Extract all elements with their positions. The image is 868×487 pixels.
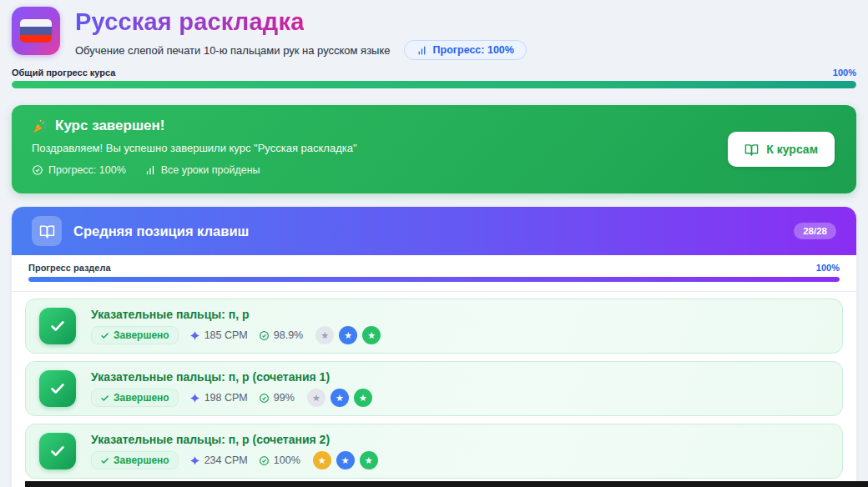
accuracy-value: 98.9% [274, 329, 303, 341]
status-badge: Завершено [91, 389, 179, 407]
party-popper-icon [32, 118, 48, 134]
section-title: Средняя позиция клавиш [73, 223, 782, 239]
course-progress-fill [12, 81, 856, 88]
check-circle-icon [32, 164, 43, 176]
green-star-icon: ★ [360, 451, 378, 469]
blue-star-icon: ★ [331, 389, 349, 407]
accuracy-stat: 98.9% [259, 329, 303, 341]
lesson-title: Указательные пальцы: п, р (сочетания 1) [91, 370, 372, 384]
inactive-star-icon: ★ [307, 389, 326, 407]
page-title: Русская раскладка [75, 8, 304, 36]
section-progress-label: Прогресс раздела [28, 263, 111, 273]
course-progress-label: Общий прогресс курса [12, 68, 115, 78]
inactive-star-icon: ★ [315, 326, 334, 344]
page-subtitle: Обучение слепой печати 10-ю пальцами рук… [75, 44, 391, 57]
star-rating: ★★★ [307, 389, 372, 407]
green-star-icon: ★ [362, 326, 381, 344]
section-card: Средняя позиция клавиш 28/28 Прогресс ра… [12, 207, 856, 487]
section-header[interactable]: Средняя позиция клавиш 28/28 [12, 207, 856, 255]
lesson-title: Указательные пальцы: п, р (сочетания 2) [91, 433, 378, 446]
blue-star-icon: ★ [336, 451, 355, 469]
completed-check-icon [39, 433, 76, 469]
progress-badge: Прогресс: 100% [404, 40, 527, 60]
header-text: Русская раскладка Обучение слепой печати… [75, 7, 527, 60]
status-label: Завершено [114, 392, 169, 404]
section-progress: Прогресс раздела 100% [12, 255, 856, 292]
banner-title: Курс завершен! [55, 118, 164, 134]
star-rating: ★★★ [315, 326, 381, 344]
to-courses-label: К курсам [766, 143, 818, 156]
lesson-card[interactable]: Указательные пальцы: п, р (сочетания 2) … [25, 424, 843, 479]
sparkle-icon [189, 330, 200, 341]
bottom-dark-bar [25, 481, 868, 487]
course-header: Русская раскладка Обучение слепой печати… [12, 7, 856, 60]
status-label: Завершено [114, 454, 169, 466]
course-progress-value: 100% [833, 68, 856, 78]
green-star-icon: ★ [354, 389, 372, 407]
lesson-card[interactable]: Указательные пальцы: п, р (сочетания 1) … [25, 361, 843, 416]
status-badge: Завершено [91, 326, 179, 344]
bar-chart-icon [144, 164, 156, 176]
check-circle-icon [259, 393, 270, 404]
speed-stat: 198 CPM [189, 392, 248, 404]
section-progress-fill [28, 277, 840, 282]
star-rating: ★★★ [313, 451, 378, 469]
book-open-icon [744, 143, 759, 157]
banner-progress-text: Прогресс: 100% [48, 164, 126, 176]
check-circle-icon [259, 455, 270, 466]
completed-check-icon [39, 370, 76, 407]
cpm-value: 185 CPM [204, 329, 248, 341]
progress-badge-label: Прогресс: 100% [433, 44, 514, 56]
lesson-title: Указательные пальцы: п, р [91, 308, 381, 321]
cpm-value: 234 CPM [204, 454, 248, 466]
completion-banner: Курс завершен! Поздравляем! Вы успешно з… [12, 105, 856, 193]
accuracy-value: 100% [274, 454, 300, 466]
lesson-list: Указательные пальцы: п, р Завершено 185 … [12, 292, 856, 487]
flag-graphic [20, 19, 52, 43]
banner-progress-stat: Прогресс: 100% [32, 164, 126, 176]
status-badge: Завершено [91, 451, 179, 469]
accuracy-value: 99% [274, 392, 295, 404]
section-progress-value: 100% [816, 263, 840, 273]
sparkle-icon [189, 455, 200, 466]
blue-star-icon: ★ [339, 326, 357, 344]
banner-message: Поздравляем! Вы успешно завершили курс "… [32, 142, 836, 154]
completed-check-icon [39, 308, 76, 344]
status-label: Завершено [114, 329, 169, 341]
course-progress-bar [12, 81, 856, 88]
gold-star-icon: ★ [313, 451, 331, 469]
check-circle-icon [259, 330, 270, 341]
russian-flag-icon [12, 7, 60, 55]
speed-stat: 234 CPM [189, 454, 248, 466]
banner-lessons-text: Все уроки пройдены [161, 164, 260, 176]
accuracy-stat: 99% [259, 392, 295, 404]
accuracy-stat: 100% [259, 454, 300, 466]
banner-lessons-stat: Все уроки пройдены [144, 164, 260, 176]
lesson-count-badge: 28/28 [794, 223, 836, 239]
section-progress-bar [28, 277, 840, 282]
book-open-icon [32, 216, 62, 246]
sparkle-icon [189, 393, 200, 404]
bar-chart-icon [416, 45, 427, 56]
to-courses-button[interactable]: К курсам [728, 132, 835, 167]
page: Русская раскладка Обучение слепой печати… [0, 0, 868, 487]
cpm-value: 198 CPM [204, 392, 248, 404]
speed-stat: 185 CPM [189, 329, 248, 341]
lesson-card[interactable]: Указательные пальцы: п, р Завершено 185 … [25, 299, 843, 354]
